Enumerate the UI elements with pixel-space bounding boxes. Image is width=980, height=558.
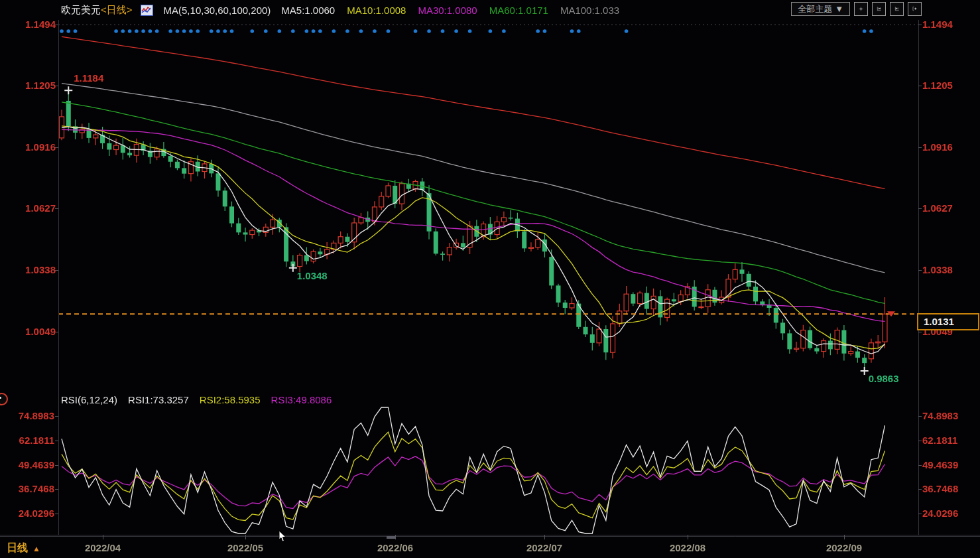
ma-value-label: MA100:1.033: [560, 5, 619, 16]
toolbar-buttons: 全部主题 ▼: [791, 2, 922, 16]
ma-value-label: MA30:1.0080: [418, 5, 477, 16]
ma-value-label: MA10:1.0008: [347, 5, 406, 16]
shift-left-icon[interactable]: [872, 2, 886, 16]
ma-values: MA5:1.0060MA10:1.0008MA30:1.0080MA60:1.0…: [281, 5, 619, 16]
annotation-high-price: 1.1184: [74, 72, 103, 84]
annotation-low-price-may: 1.0348: [297, 270, 328, 281]
scrollbar-thumb[interactable]: [387, 536, 396, 539]
y-axis-label-right: 1.0916: [922, 141, 973, 153]
shift-right-icon[interactable]: [890, 2, 904, 16]
rsi-axis-label-right: 62.1811: [922, 435, 973, 446]
x-axis-label: 2022/04: [85, 542, 121, 553]
theme-dropdown-label: 全部主题: [798, 3, 832, 15]
symbol-title: 欧元美元<日线>: [61, 4, 133, 17]
rsi-header: RSI(6,12,24) RSI1:73.3257RSI2:58.5935RSI…: [61, 394, 332, 405]
x-axis-label: 2022/06: [377, 542, 413, 553]
y-axis-label-right: 1.1494: [922, 19, 973, 30]
rsi-axis-label-left: 74.8983: [4, 410, 54, 421]
y-axis-label-left: 1.0338: [5, 264, 56, 275]
rsi-axis-label-left: 24.0296: [4, 508, 54, 519]
rsi-axis-label-right: 74.8983: [922, 410, 973, 421]
y-axis-label-left: 1.1494: [5, 19, 56, 30]
mouse-cursor: [278, 531, 287, 542]
x-axis-label: 2022/07: [526, 542, 562, 553]
theme-dropdown[interactable]: 全部主题 ▼: [791, 2, 850, 16]
y-axis-label-left: 1.0627: [5, 202, 56, 214]
top-toolbar: 欧元美元<日线> MA(5,10,30,60,100,200) MA5:1.00…: [0, 0, 980, 20]
rsi-axis-label-left: 62.1811: [4, 435, 54, 446]
current-price-tag: 1.0131: [917, 313, 979, 330]
rsi-value-label: RSI2:58.5935: [200, 394, 261, 405]
period-selector-label: 日线: [7, 541, 28, 555]
y-axis-label-left: 1.0049: [5, 326, 56, 337]
x-axis-label: 2022/09: [826, 542, 862, 553]
ma-group-label: MA(5,10,30,60,100,200): [164, 5, 271, 16]
x-axis-label: 2022/05: [227, 542, 263, 553]
rsi-value-label: RSI1:73.3257: [128, 394, 189, 405]
y-axis-label-right: 1.0627: [922, 202, 973, 214]
line-chart-icon: [141, 5, 153, 16]
ma-value-label: MA5:1.0060: [281, 5, 335, 16]
rsi-axis-label-right: 49.4639: [922, 459, 973, 470]
jump-to-latest-icon[interactable]: [908, 2, 922, 16]
crosshair-icon[interactable]: [854, 2, 868, 16]
y-axis-label-left: 1.1205: [5, 80, 56, 91]
rsi-axis-label-left: 36.7468: [4, 483, 54, 494]
x-axis-label: 2022/08: [670, 542, 705, 553]
rsi-value-label: RSI3:49.8086: [271, 394, 332, 405]
y-axis-label-right: 1.0338: [922, 264, 973, 275]
y-axis-label-left: 1.0916: [5, 141, 56, 153]
rsi-axis-label-right: 24.0296: [922, 508, 973, 519]
triangle-up-icon: ▲: [32, 544, 40, 553]
period-tag: <日线>: [101, 4, 133, 15]
rsi-axis-label-left: 49.4639: [4, 459, 54, 470]
chevron-down-icon: ▼: [835, 4, 843, 14]
symbol-name: 欧元美元: [61, 4, 101, 15]
rsi-params-label: RSI(6,12,24): [61, 394, 117, 405]
y-axis-label-right: 1.1205: [922, 80, 973, 91]
annotation-low-price-sep: 0.9863: [869, 373, 899, 384]
chart-canvas[interactable]: [0, 0, 980, 558]
rsi-axis-label-right: 36.7468: [922, 483, 973, 494]
period-selector[interactable]: 日线 ▲: [7, 541, 40, 555]
ma-value-label: MA60:1.0171: [489, 5, 548, 16]
